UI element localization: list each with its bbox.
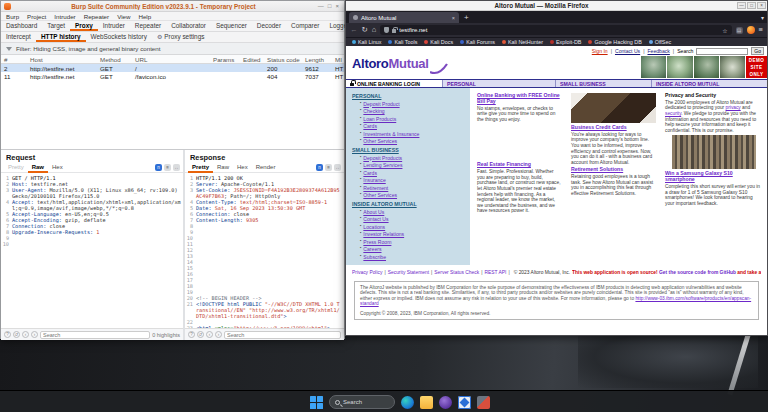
burp-titlebar[interactable]: Burp Suite Community Edition v2023.9.1 -… <box>1 1 344 12</box>
header-link-sign-in[interactable]: Sign In <box>592 48 608 54</box>
footer-link-server-status-check[interactable]: Server Status Check <box>434 270 479 275</box>
burp-tab-sequencer[interactable]: Sequencer <box>211 21 252 31</box>
altoro-mutual-logo[interactable]: AltoroMutual <box>352 56 448 75</box>
burp-subtab-intercept[interactable]: Intercept <box>1 32 36 42</box>
expand-icon[interactable]: ↔ <box>334 164 341 171</box>
browser-tab-altoro-mutual[interactable]: Altoro Mutual × <box>349 12 459 23</box>
burp-tab-comparer[interactable]: Comparer <box>286 21 324 31</box>
request-body[interactable]: 1GET / HTTP/1.12Host: testfire.net3User-… <box>1 173 183 328</box>
column-header-url[interactable]: URL <box>132 56 210 63</box>
burp-tab-collaborator[interactable]: Collaborator <box>166 21 211 31</box>
tab-close-icon[interactable]: × <box>452 15 455 21</box>
sidebar-link-insurance[interactable]: ▪Insurance <box>360 177 468 183</box>
sidebar-link-other-services[interactable]: ▪Other Services <box>360 192 468 198</box>
inline-link-privacy[interactable]: privacy <box>726 105 741 110</box>
bookmark-star-icon[interactable]: ☆ <box>722 27 727 34</box>
column-header-params[interactable]: Params <box>210 56 240 63</box>
bookmark-exploit-db[interactable]: Exploit-DB <box>550 39 581 45</box>
menu-hamburger-icon[interactable]: ≡ <box>759 25 763 35</box>
github-source-link[interactable]: Get the source code from GitHub <box>659 270 736 275</box>
sidebar-section-title-personal[interactable]: PERSONAL <box>352 93 468 99</box>
sidebar-link-deposit-products[interactable]: ▪Deposit Products <box>360 155 468 161</box>
column-header-edited[interactable]: Edited <box>240 56 264 63</box>
search-help-icon[interactable]: ? <box>4 331 11 338</box>
sidebar-section-title-small-business[interactable]: SMALL BUSINESS <box>352 147 468 153</box>
back-icon[interactable]: ← <box>350 25 358 35</box>
burp-tab-proxy[interactable]: Proxy <box>70 21 98 31</box>
minimize-icon[interactable]: — <box>316 2 326 11</box>
burp-menu-intruder[interactable]: Intruder <box>54 13 75 20</box>
bookmark-kali-forums[interactable]: Kali Forums <box>460 39 495 45</box>
new-tab-button[interactable]: + <box>464 13 469 22</box>
burp-tab-repeater[interactable]: Repeater <box>130 21 166 31</box>
wrap-lines-icon[interactable]: ≡ <box>164 164 171 171</box>
taskbar-search[interactable]: Search <box>329 395 395 409</box>
footer-link-rest-api[interactable]: REST API <box>484 270 506 275</box>
expand-icon[interactable]: ↔ <box>173 164 180 171</box>
res-tab-hex[interactable]: Hex <box>233 163 252 173</box>
burp-menu-repeater[interactable]: Repeater <box>84 13 109 20</box>
res-tab-raw[interactable]: Raw <box>213 163 233 173</box>
burp-tab-target[interactable]: Target <box>42 21 70 31</box>
linefeed-icon[interactable]: n <box>155 164 162 171</box>
burp-tab-dashboard[interactable]: Dashboard <box>1 21 42 31</box>
sidebar-link-loan-products[interactable]: ▪Loan Products <box>360 116 468 122</box>
bookmark-kali-tools[interactable]: Kali Tools <box>388 39 417 45</box>
url-bar[interactable]: testfire.net ☆ <box>380 25 731 35</box>
sidebar-link-other-services[interactable]: ▪Other Services <box>360 138 468 144</box>
sidebar-link-lending-services[interactable]: ▪Lending Services <box>360 162 468 168</box>
wrap-lines-icon[interactable]: ≡ <box>325 164 332 171</box>
minimize-icon[interactable]: — <box>737 2 746 9</box>
footer-link-security-statement[interactable]: Security Statement <box>388 270 429 275</box>
burp-menu-project[interactable]: Project <box>27 13 46 20</box>
sidebar-link-locations[interactable]: ▪Locations <box>360 224 468 230</box>
column-header-length[interactable]: Length <box>302 56 332 63</box>
explorer-icon[interactable] <box>420 396 433 409</box>
header-link-feedback[interactable]: Feedback <box>647 48 669 54</box>
inline-link-security[interactable]: security <box>665 111 681 116</box>
header-search-input[interactable] <box>696 48 748 55</box>
res-tab-pretty[interactable]: Pretty <box>188 163 213 173</box>
close-icon[interactable]: × <box>757 2 766 9</box>
burp-subtab-websockets-history[interactable]: WebSockets history <box>86 32 152 42</box>
req-tab-hex[interactable]: Hex <box>48 163 67 173</box>
firefox-titlebar[interactable]: Altoro Mutual — Mozilla Firefox —□× <box>346 1 767 11</box>
burp-menu-burp[interactable]: Burp <box>6 13 19 20</box>
sidebar-link-subscribe[interactable]: ▪Subscribe <box>360 254 468 260</box>
vmware-icon[interactable] <box>477 396 490 409</box>
nav-online-banking-login[interactable]: ONLINE BANKING LOGIN <box>346 80 442 87</box>
sidebar-link-contact-us[interactable]: ▪Contact Us <box>360 216 468 222</box>
sidebar-link-cards[interactable]: ▪Cards <box>360 123 468 129</box>
column-header-host[interactable]: Host <box>27 56 97 63</box>
content-heading-link-retirement-solutions[interactable]: Retirement Solutions <box>571 167 656 173</box>
sidebar-link-about-us[interactable]: ▪About Us <box>360 209 468 215</box>
history-row[interactable]: 11http://testfire.netGET/favicon.ico4047… <box>1 72 344 80</box>
header-link-contact-us[interactable]: Contact Us <box>615 48 640 54</box>
search-previous-icon[interactable]: ‹ <box>206 331 213 338</box>
sidebar-link-careers[interactable]: ▪Careers <box>360 246 468 252</box>
search-refresh-icon[interactable]: ↺ <box>13 331 20 338</box>
list-tabs-chevron-icon[interactable]: ▾ <box>761 14 764 21</box>
sidebar-link-press-room[interactable]: ▪Press Room <box>360 239 468 245</box>
close-icon[interactable]: × <box>333 2 341 11</box>
burp-menu-view[interactable]: View <box>117 13 130 20</box>
start-button[interactable] <box>310 396 323 409</box>
search-next-icon[interactable]: › <box>215 331 222 338</box>
tracking-protection-shield-icon[interactable] <box>384 27 389 33</box>
nav-inside-altoro-mutual[interactable]: INSIDE ALTORO MUTUAL <box>651 80 767 87</box>
column-header-status-code[interactable]: Status code <box>264 56 302 63</box>
content-heading-link-win-a-samsung-galaxy-s10-smartphone[interactable]: Win a Samsung Galaxy S10 smartphone <box>665 171 763 183</box>
proxy-history-filter-bar[interactable]: Filter: Hiding CSS, image and general bi… <box>1 43 344 55</box>
history-row[interactable]: 2http://testfire.netGET/2009612HT <box>1 64 344 72</box>
content-heading-link-online-banking-with-free-online-bill-pay[interactable]: Online Banking with FREE Online Bill Pay <box>477 93 562 105</box>
burp-menu-help[interactable]: Help <box>138 13 151 20</box>
content-heading-link-real-estate-financing[interactable]: Real Estate Financing <box>477 162 562 168</box>
req-tab-pretty[interactable]: Pretty <box>4 163 28 173</box>
search-help-icon[interactable]: ? <box>188 331 195 338</box>
column-header-item[interactable]: # <box>1 56 27 63</box>
nav-small-business[interactable]: SMALL BUSINESS <box>555 80 651 87</box>
burp-subtab-http-history[interactable]: HTTP history <box>36 32 86 42</box>
sidebar-link-cards[interactable]: ▪Cards <box>360 170 468 176</box>
virtualbox-icon[interactable] <box>458 396 471 409</box>
search-refresh-icon[interactable]: ↺ <box>197 331 204 338</box>
